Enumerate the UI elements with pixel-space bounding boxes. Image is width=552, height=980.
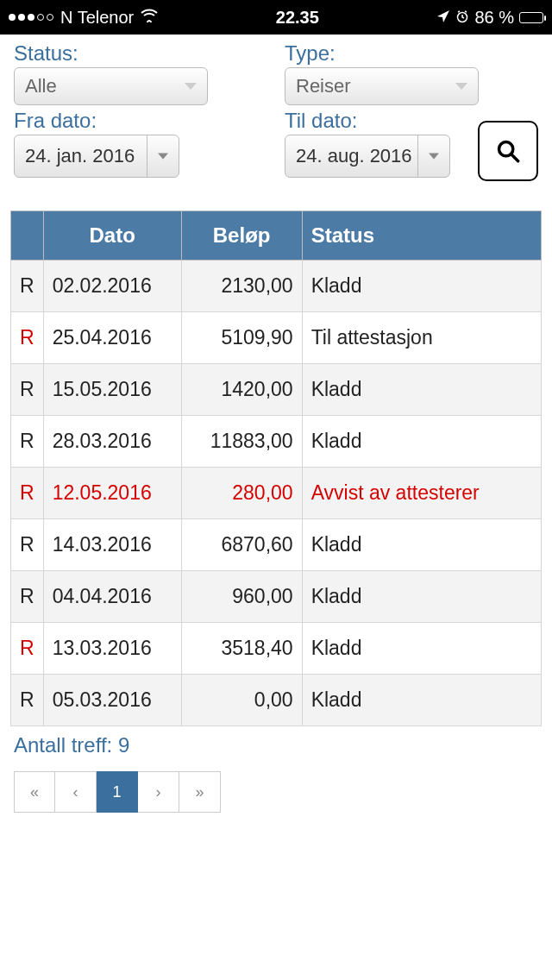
row-date-cell: 14.03.2016 — [43, 519, 181, 571]
page-prev-button[interactable]: ‹ — [55, 771, 97, 813]
table-row[interactable]: R14.03.20166870,60Kladd — [11, 519, 542, 571]
status-filter-label: Status: — [14, 41, 267, 66]
alarm-icon — [455, 8, 469, 28]
battery-percent-label: 86 % — [474, 8, 514, 28]
result-count: Antall treff: 9 — [0, 726, 552, 764]
page-next-button[interactable]: › — [138, 771, 179, 813]
table-row[interactable]: R02.02.20162130,00Kladd — [11, 261, 542, 312]
chevron-down-icon — [455, 83, 467, 90]
row-status-cell: Kladd — [302, 364, 541, 416]
table-row[interactable]: R04.04.2016960,00Kladd — [11, 571, 542, 623]
table-row[interactable]: R12.05.2016280,00Avvist av attesterer — [11, 468, 542, 519]
col-header-type[interactable] — [11, 211, 44, 261]
row-type-cell: R — [11, 364, 44, 416]
row-status-cell: Kladd — [302, 261, 541, 312]
table-row[interactable]: R05.03.20160,00Kladd — [11, 675, 542, 726]
from-date-picker[interactable]: 24. jan. 2016 — [14, 135, 179, 178]
to-date-value: 24. aug. 2016 — [296, 145, 412, 167]
col-header-date[interactable]: Dato — [43, 211, 181, 261]
filter-panel: Status: Alle Type: Reiser Fra dato: 24. … — [0, 35, 552, 185]
status-bar: N Telenor 22.35 86 % — [0, 0, 552, 35]
status-bar-left: N Telenor — [9, 8, 158, 28]
row-amount-cell: 280,00 — [181, 468, 302, 519]
results-table: Dato Beløp Status R02.02.20162130,00Klad… — [10, 210, 542, 726]
col-header-status[interactable]: Status — [302, 211, 541, 261]
row-type-cell: R — [11, 468, 44, 519]
row-date-cell: 13.03.2016 — [43, 623, 181, 675]
location-icon — [436, 8, 450, 28]
row-amount-cell: 2130,00 — [181, 261, 302, 312]
battery-icon — [519, 12, 543, 23]
row-amount-cell: 11883,00 — [181, 416, 302, 468]
row-date-cell: 02.02.2016 — [43, 261, 181, 312]
row-status-cell: Kladd — [302, 675, 541, 726]
table-row[interactable]: R13.03.20163518,40Kladd — [11, 623, 542, 675]
status-bar-time: 22.35 — [158, 8, 436, 28]
type-filter-select[interactable]: Reiser — [285, 67, 479, 105]
chevron-down-icon — [185, 83, 197, 90]
status-bar-right: 86 % — [436, 8, 543, 28]
signal-strength-icon — [9, 14, 53, 21]
row-type-cell: R — [11, 416, 44, 468]
type-filter-label: Type: — [285, 41, 538, 66]
pagination: « ‹ 1 › » — [0, 764, 552, 820]
results-table-wrap: Dato Beløp Status R02.02.20162130,00Klad… — [0, 210, 552, 726]
row-type-cell: R — [11, 623, 44, 675]
carrier-label: N Telenor — [60, 8, 134, 28]
row-type-cell: R — [11, 312, 44, 364]
row-amount-cell: 3518,40 — [181, 623, 302, 675]
wifi-icon — [141, 9, 158, 27]
chevron-down-icon — [429, 154, 439, 160]
row-amount-cell: 6870,60 — [181, 519, 302, 571]
from-date-label: Fra dato: — [14, 109, 267, 133]
row-type-cell: R — [11, 519, 44, 571]
row-status-cell: Kladd — [302, 571, 541, 623]
col-header-amount[interactable]: Beløp — [181, 211, 302, 261]
row-date-cell: 04.04.2016 — [43, 571, 181, 623]
row-date-cell: 28.03.2016 — [43, 416, 181, 468]
row-date-cell: 05.03.2016 — [43, 675, 181, 726]
search-icon — [496, 139, 520, 163]
row-status-cell: Kladd — [302, 519, 541, 571]
svg-line-2 — [511, 154, 518, 161]
row-amount-cell: 1420,00 — [181, 364, 302, 416]
row-date-cell: 12.05.2016 — [43, 468, 181, 519]
row-amount-cell: 0,00 — [181, 675, 302, 726]
row-date-cell: 25.04.2016 — [43, 312, 181, 364]
row-amount-cell: 5109,90 — [181, 312, 302, 364]
status-filter-value: Alle — [25, 75, 57, 97]
table-row[interactable]: R25.04.20165109,90Til attestasjon — [11, 312, 542, 364]
chevron-down-icon — [158, 154, 168, 160]
row-status-cell: Kladd — [302, 416, 541, 468]
type-filter-value: Reiser — [296, 75, 351, 97]
table-row[interactable]: R15.05.20161420,00Kladd — [11, 364, 542, 416]
row-date-cell: 15.05.2016 — [43, 364, 181, 416]
row-amount-cell: 960,00 — [181, 571, 302, 623]
row-type-cell: R — [11, 571, 44, 623]
to-date-picker[interactable]: 24. aug. 2016 — [285, 135, 450, 178]
row-status-cell: Til attestasjon — [302, 312, 541, 364]
search-button[interactable] — [478, 121, 538, 181]
page-first-button[interactable]: « — [14, 771, 55, 813]
row-type-cell: R — [11, 675, 44, 726]
table-row[interactable]: R28.03.201611883,00Kladd — [11, 416, 542, 468]
row-status-cell: Kladd — [302, 623, 541, 675]
row-status-cell: Avvist av attesterer — [302, 468, 541, 519]
row-type-cell: R — [11, 261, 44, 312]
page-current-button[interactable]: 1 — [97, 771, 138, 813]
page-last-button[interactable]: » — [179, 771, 221, 813]
from-date-value: 24. jan. 2016 — [25, 145, 135, 167]
status-filter-select[interactable]: Alle — [14, 67, 208, 105]
